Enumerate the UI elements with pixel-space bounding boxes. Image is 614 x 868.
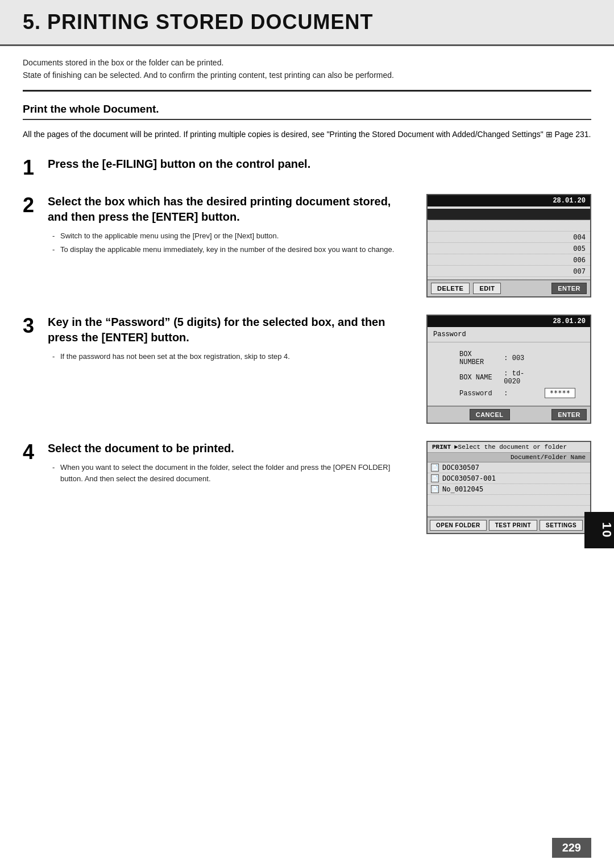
step3-boxnum-row: BOX NUMBER : 003: [457, 349, 578, 367]
step4-doc-row-1[interactable]: 📄 DOC030507-001: [428, 473, 590, 484]
step2-row4-num: 006: [573, 256, 586, 264]
step4-doc-name-2: No_0012045: [442, 485, 483, 493]
step3-lcd-label: Password: [428, 327, 590, 342]
step3-lcd: 28.01.20 Password BOX NUMBER : 003 BOX N…: [426, 315, 591, 424]
step4-doc-icon-0: 📄: [431, 464, 439, 472]
step3-block: 3 Key in the “Password” (5 digits) for t…: [23, 315, 591, 424]
step1-title: Press the [e-FILING] button on the contr…: [48, 156, 591, 172]
step4-doc-list: 📄 DOC030507 📄 DOC030507-001 📄 No_0012045: [428, 462, 590, 516]
step3-pass-field-colon: :: [501, 388, 538, 399]
step4-doc-row-2[interactable]: 📄 No_0012045: [428, 484, 590, 495]
step2-lcd-row-5: 007: [428, 266, 590, 277]
step3-boxname-value: : td-0020: [501, 369, 538, 387]
step2-edit-btn[interactable]: EDIT: [473, 283, 501, 294]
section-heading-text: Print the whole Document.: [23, 103, 591, 115]
step2-title: Select the box which has the desired pri…: [48, 194, 413, 225]
step3-boxnum-label: BOX NUMBER: [457, 349, 500, 367]
step3-left: 3 Key in the “Password” (5 digits) for t…: [23, 315, 413, 424]
step1-block: 1 Press the [e-FILING] button on the con…: [23, 156, 591, 178]
step4-bullet-1: When you want to select the document in …: [52, 462, 413, 484]
step3-lcd-topbar: 28.01.20: [428, 316, 590, 327]
step4-screen: PRINT ►Select the document or folder Doc…: [426, 441, 591, 534]
step3-pass-field-value[interactable]: *****: [545, 388, 575, 398]
step4-doc-row-0[interactable]: 📄 DOC030507: [428, 462, 590, 473]
page-number: 229: [552, 838, 591, 858]
step2-left: 2 Select the box which has the desired p…: [23, 194, 413, 297]
intro-section: Documents stored in the box or the folde…: [23, 46, 591, 92]
step3-bullets: If the password has not been set at the …: [48, 351, 413, 362]
step2-row5-num: 007: [573, 267, 586, 275]
step4-lcd-header: PRINT ►Select the document or folder: [428, 442, 590, 453]
step4-openfolder-btn[interactable]: OPEN FOLDER: [430, 520, 487, 531]
step4-lcd-buttons: OPEN FOLDER TEST PRINT SETTINGS: [428, 516, 590, 533]
step3-pass-field-label: Password: [457, 388, 500, 399]
step3-password-row: Password : *****: [457, 388, 578, 399]
step4-doc-row-3: [428, 495, 590, 506]
step3-screen: 28.01.20 Password BOX NUMBER : 003 BOX N…: [426, 315, 591, 424]
step4-doc-icon-1: 📄: [431, 474, 439, 482]
step1-content: Press the [e-FILING] button on the contr…: [48, 156, 591, 177]
step4-number: 4: [23, 441, 48, 462]
step1-number: 1: [23, 156, 48, 178]
step4-column-header: Document/Folder Name: [428, 453, 590, 462]
step2-lcd-main: 004 005 006 007: [428, 206, 590, 279]
step4-testprint-btn[interactable]: TEST PRINT: [489, 520, 537, 531]
step2-lcd-row-1: [428, 220, 590, 232]
step2-enter-btn[interactable]: ENTER: [551, 283, 587, 294]
step4-content: Select the document to be printed. When …: [48, 441, 413, 486]
step2-lcd-row-3: 005: [428, 243, 590, 254]
step4-doc-row-4: [428, 506, 590, 516]
section-body: All the pages of the document will be pr…: [23, 128, 591, 140]
step3-content: Key in the “Password” (5 digits) for the…: [48, 315, 413, 365]
step4-header-text: ►Select the document or folder: [454, 444, 567, 450]
step4-bullets: When you want to select the document in …: [48, 462, 413, 484]
step2-delete-btn[interactable]: DELETE: [431, 283, 470, 294]
step4-title: Select the document to be printed.: [48, 441, 413, 456]
step2-lcd-row-0: [428, 209, 590, 220]
step2-bullets: Switch to the applicable menu using the …: [48, 230, 413, 255]
intro-line1: Documents stored in the box or the folde…: [23, 56, 591, 69]
step3-lcd-buttons: CANCEL ENTER: [428, 406, 590, 423]
step3-bullet-1: If the password has not been set at the …: [52, 351, 413, 362]
step4-lcd: PRINT ►Select the document or folder Doc…: [426, 441, 591, 534]
step2-number: 2: [23, 194, 48, 216]
step3-password-label: Password: [433, 330, 466, 338]
step2-block: 2 Select the box which has the desired p…: [23, 194, 591, 297]
step3-boxnum-value: : 003: [501, 349, 538, 367]
page-header: 5. PRINTING STORED DOCUMENT: [0, 0, 614, 46]
step4-doc-icon-2: 📄: [431, 485, 439, 493]
step4-settings-btn[interactable]: SETTINGS: [540, 520, 583, 531]
step2-row-list: 004 005 006 007: [428, 206, 590, 279]
step2-bullet-2: To display the applicable menu immediate…: [52, 244, 413, 255]
step2-content: Select the box which has the desired pri…: [48, 194, 413, 257]
intro-line2: State of finishing can be selected. And …: [23, 69, 591, 81]
chapter-tab: 10: [584, 512, 614, 548]
step4-header-prefix: PRINT: [432, 444, 451, 450]
step2-lcd: 28.01.20 004: [426, 194, 591, 297]
step4-left: 4 Select the document to be printed. Whe…: [23, 441, 413, 534]
step3-info-table: BOX NUMBER : 003 BOX NAME : td-0020 Pass…: [445, 346, 590, 402]
step4-doc-name-0: DOC030507: [442, 464, 479, 472]
step4-block: 4 Select the document to be printed. Whe…: [23, 441, 591, 534]
step3-cancel-btn[interactable]: CANCEL: [470, 409, 510, 420]
step3-boxname-label: BOX NAME: [457, 369, 500, 387]
step3-boxname-row: BOX NAME : td-0020: [457, 369, 578, 387]
step3-enter-btn[interactable]: ENTER: [551, 409, 587, 420]
step2-bullet-1: Switch to the applicable menu using the …: [52, 230, 413, 242]
step3-number: 3: [23, 315, 48, 336]
step2-lcd-buttons: DELETE EDIT ENTER: [428, 279, 590, 296]
step2-lcd-row-2: 004: [428, 232, 590, 243]
step2-lcd-row-4: 006: [428, 254, 590, 266]
step2-lcd-topbar: 28.01.20: [428, 195, 590, 206]
step2-row3-num: 005: [573, 245, 586, 253]
step2-screen: 28.01.20 004: [426, 194, 591, 297]
page-title: 5. PRINTING STORED DOCUMENT: [23, 10, 591, 34]
step4-doc-name-1: DOC030507-001: [442, 474, 496, 482]
section-heading: Print the whole Document.: [23, 103, 591, 120]
step2-row2-num: 004: [573, 233, 586, 241]
step3-title: Key in the “Password” (5 digits) for the…: [48, 315, 413, 345]
